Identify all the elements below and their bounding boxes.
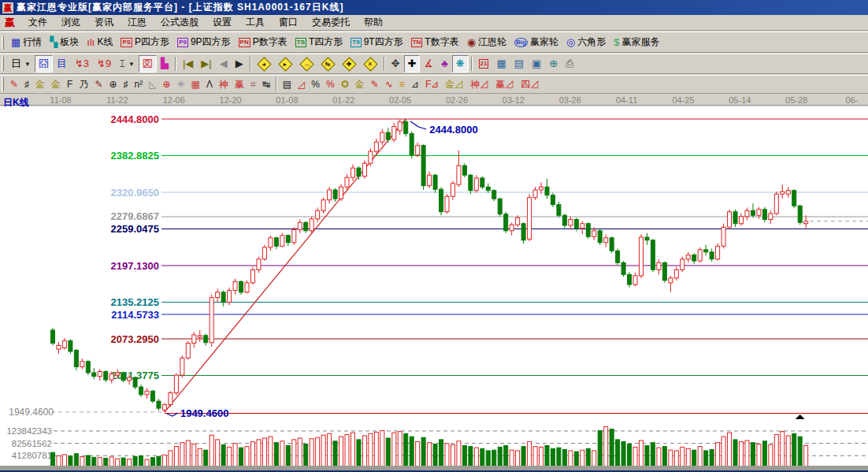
t-square-button[interactable]: TST四方形 [291,34,347,51]
calendar-button[interactable]: 21 [475,55,493,72]
menu-item-7[interactable]: 窗口 [272,14,305,31]
save-button[interactable]: ▣ [528,55,545,72]
candle-3-button[interactable]: ↯3 [71,55,93,72]
analysis-button[interactable]: ❋ [452,55,469,72]
zoom-fit-button[interactable]: ✳ [360,55,381,72]
print-button[interactable]: ⎙ [562,55,577,72]
percent-tool-button[interactable]: % [308,76,323,93]
shift-left-button[interactable]: ◂ [254,55,275,72]
marker-icon: ✎ [95,79,102,90]
number-ruler-button[interactable]: ⌗ [247,76,259,93]
angle-line-gold-button[interactable]: 金⊿ [442,76,467,93]
menu-item-5[interactable]: 设置 [206,14,239,31]
next-button[interactable]: ▶ [232,55,247,72]
span-tool-button[interactable]: ↹ [259,76,273,93]
first-page-button[interactable]: |◀ [179,55,197,72]
angle-line-four-button[interactable]: 四⊿ [517,76,543,93]
expand-button[interactable]: ↹ [317,55,339,72]
shift-right-button[interactable]: ▸ [275,55,296,72]
gann-box-button[interactable]: ▦ [188,76,203,93]
hexagon-button[interactable]: ◎六角形 [562,34,610,51]
menu-item-6[interactable]: 工具 [239,14,272,31]
gold-bands-button[interactable]: ≡ [396,76,408,93]
gold-lines-button[interactable]: 金 [352,76,368,93]
chart-mode-button[interactable]: 囧 [35,55,53,72]
menu-item-4[interactable]: 公式选股 [154,14,206,31]
gann-target-button[interactable]: ⊕ [159,76,173,93]
angle-line-button[interactable]: ⊿ [408,76,422,93]
menu-item-9[interactable]: 帮助 [357,14,390,31]
brush-tool-button[interactable]: ✎ [7,76,21,93]
candle-9-button[interactable]: ↯9 [93,55,115,72]
angle-tool-button[interactable]: ∡ [420,55,437,72]
window-title: 赢家江恩专业版[赢家内部服务平台] - [上证指数 SH1A0001-167日K… [17,1,343,14]
pan-tool-button[interactable]: ✥ [388,55,404,72]
tick-ruler-button[interactable]: ♯ [121,76,132,93]
menu-item-1[interactable]: 浏览 [54,14,87,31]
t9-square-button[interactable]: T99T四方形 [347,34,406,51]
winner-wheel-button[interactable]: Big赢家轮 [510,34,562,51]
menu-bar: 赢 文件浏览资讯江恩公式选股设置工具窗口交易委托帮助 [0,15,868,31]
s-ruler-button[interactable]: 乃 [76,76,91,93]
menu-item-2[interactable]: 资讯 [87,14,121,31]
gann-shape-button[interactable]: ♣ [437,55,452,72]
last-page-button[interactable]: ▶| [197,55,215,72]
kline-chart[interactable]: 12384234382561562412807812444.80002382.8… [0,106,868,472]
menu-item-8[interactable]: 交易委托 [305,14,357,31]
svg-text:123842343: 123842343 [6,426,52,436]
svg-text:82561562: 82561562 [12,439,52,448]
info-panel-button[interactable]: 目 [53,55,71,72]
service-button[interactable]: $赢家服务 [610,34,663,51]
period-button[interactable]: 日▼ [7,55,35,72]
dropdown-arrow-icon[interactable]: ▼ [128,61,135,68]
gold-ruler2-button[interactable]: 金 [48,76,64,93]
shen-ruler-button[interactable]: 神 [216,76,232,93]
t-number-button[interactable]: TNT数字表 [407,34,463,51]
scale-panel-button[interactable]: ▤ [280,76,295,93]
color-volume-button[interactable]: ▙ [157,55,172,72]
band-lines-button[interactable]: ∿ [382,76,396,93]
date-label: 05-28 [785,95,807,105]
p9-square-button[interactable]: P99P四方形 [173,34,234,51]
toolbar-button-label: K线 [97,35,113,49]
gann-wheel-button[interactable]: ◉江恩轮 [463,34,510,51]
calculator-button[interactable]: ▦ [492,55,510,72]
highlight-button[interactable]: 図 [139,55,157,72]
hatch-ruler-button[interactable]: ♯ [21,76,32,93]
p-square-button[interactable]: PSP四方形 [117,34,173,51]
cycle-ruler-button[interactable]: ⊕ [106,76,120,93]
memo-button[interactable]: ▤ [510,55,528,72]
menu-item-0[interactable]: 文件 [21,14,54,31]
gann-star-button[interactable]: ✳ [174,76,188,93]
dropdown-arrow-icon[interactable]: ▼ [24,61,31,68]
p-number-button[interactable]: PNP数字表 [235,34,291,51]
wave-tool-button[interactable]: Ʌ [203,76,216,93]
percent-brush-icon: ✎ [371,79,379,90]
zoom-all-button[interactable]: ✚ [339,55,360,72]
sectors-button[interactable]: ▚板块 [46,34,83,51]
menu-item-3[interactable]: 江恩 [121,14,154,31]
sync-button[interactable]: ⊕ [545,55,562,72]
prev-button[interactable]: ◀ [216,55,232,72]
toolbar-grip [2,57,4,71]
crosshair-button[interactable]: ✚ [404,55,421,72]
win-ruler-button[interactable]: 赢 [232,76,247,93]
square-ruler-button[interactable]: n² [132,76,147,93]
angle-line-f-button[interactable]: F⊿ [422,76,442,93]
percent-fan-button[interactable]: ◿ [295,76,308,93]
percent-line-button[interactable]: % [323,76,338,93]
candle-style-button[interactable]: ⌶▼ [115,55,139,72]
quotes-button[interactable]: ▦行情 [7,34,46,51]
angle-line-win-button[interactable]: 赢⊿ [492,76,517,93]
angle-line-shen-button[interactable]: 神⊿ [467,76,492,93]
svg-text:41280781: 41280781 [12,451,52,460]
f-ruler-button[interactable]: F [64,76,76,93]
gold-ruler1-button[interactable]: 金 [32,76,48,93]
percent-brush-button[interactable]: ✎ [368,76,382,93]
analysis-icon: ❋ [456,58,465,69]
compress-button[interactable]: ↔ [296,55,317,72]
marker-tool-button[interactable]: ✎ [91,76,106,93]
gold-circle-button[interactable]: ✪ [338,76,352,93]
protractor-button[interactable]: ◺ [146,76,159,93]
kline-button[interactable]: ılıK线 [83,34,117,51]
